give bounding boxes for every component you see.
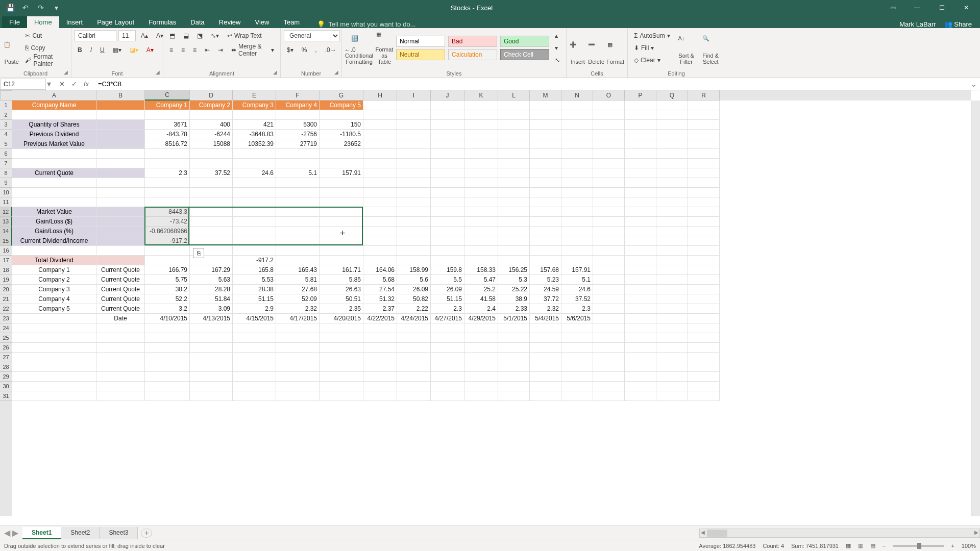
cell-G5[interactable]: 23652 [320,139,363,149]
cell-M9[interactable] [530,178,561,188]
cell-K29[interactable] [464,372,498,382]
zoom-slider[interactable] [893,545,944,547]
cell-H2[interactable] [363,110,397,120]
row-header-6[interactable]: 6 [0,149,12,159]
cell-C19[interactable]: 5.75 [145,275,190,285]
cell-Q6[interactable] [656,149,688,159]
col-header-M[interactable]: M [530,90,561,101]
row-header-17[interactable]: 17 [0,256,12,265]
cell-E9[interactable] [233,178,276,188]
cell-P25[interactable] [625,333,656,343]
cell-I1[interactable] [397,101,431,110]
cell-E16[interactable] [233,246,276,256]
col-header-R[interactable]: R [688,90,720,101]
cell-R13[interactable] [688,217,720,227]
cell-I16[interactable] [397,246,431,256]
cell-K24[interactable] [464,323,498,333]
row-header-26[interactable]: 26 [0,343,12,353]
formula-expand-icon[interactable]: ⌄ [967,79,980,89]
cell-N18[interactable]: 157.91 [561,265,593,275]
share-button[interactable]: 👥 Share [944,20,972,28]
cell-Q25[interactable] [656,333,688,343]
cell-G30[interactable] [320,382,363,391]
cell-N8[interactable] [561,168,593,178]
cell-C27[interactable] [145,353,190,362]
cell-E2[interactable] [233,110,276,120]
cell-H29[interactable] [363,372,397,382]
cell-Q2[interactable] [656,110,688,120]
cell-N29[interactable] [561,372,593,382]
cell-L1[interactable] [498,101,530,110]
cell-P8[interactable] [625,168,656,178]
cell-O13[interactable] [593,217,625,227]
cell-F30[interactable] [276,382,320,391]
cell-C10[interactable] [145,188,190,197]
cell-C18[interactable]: 166.79 [145,265,190,275]
cell-R2[interactable] [688,110,720,120]
cell-P27[interactable] [625,353,656,362]
row-header-11[interactable]: 11 [0,197,12,207]
cell-R17[interactable] [688,256,720,265]
cell-G23[interactable]: 4/20/2015 [320,314,363,323]
col-header-L[interactable]: L [498,90,530,101]
cell-M25[interactable] [530,333,561,343]
format-painter-button[interactable]: 🖌Format Painter [22,55,68,66]
cell-Q24[interactable] [656,323,688,333]
cell-E23[interactable]: 4/15/2015 [233,314,276,323]
cell-N4[interactable] [561,130,593,139]
cell-O20[interactable] [593,285,625,294]
cell-H30[interactable] [363,382,397,391]
delete-cells-button[interactable]: ➖Delete [588,31,604,65]
cell-G17[interactable] [320,256,363,265]
cell-J15[interactable] [431,236,464,246]
cell-F22[interactable]: 2.32 [276,304,320,314]
cell-R4[interactable] [688,130,720,139]
cell-Q3[interactable] [656,120,688,130]
cell-A23[interactable] [12,314,96,323]
border-button[interactable]: ▦▾ [110,44,125,56]
cell-H8[interactable] [363,168,397,178]
cell-I17[interactable] [397,256,431,265]
cell-E13[interactable] [233,217,276,227]
cell-B4[interactable] [96,130,145,139]
style-neutral[interactable]: Neutral [396,49,445,60]
cell-Q13[interactable] [656,217,688,227]
row-header-9[interactable]: 9 [0,178,12,188]
cell-L10[interactable] [498,188,530,197]
cell-N20[interactable]: 24.6 [561,285,593,294]
cell-J8[interactable] [431,168,464,178]
cell-L14[interactable] [498,227,530,236]
cell-B19[interactable]: Current Quote [96,275,145,285]
cell-L28[interactable] [498,362,530,372]
cell-K16[interactable] [464,246,498,256]
cell-P10[interactable] [625,188,656,197]
cell-J9[interactable] [431,178,464,188]
cell-D9[interactable] [190,178,233,188]
cell-R18[interactable] [688,265,720,275]
cell-L27[interactable] [498,353,530,362]
number-launcher-icon[interactable]: ◢ [334,69,340,76]
cell-B26[interactable] [96,343,145,353]
cell-N10[interactable] [561,188,593,197]
cell-F10[interactable] [276,188,320,197]
cell-C23[interactable]: 4/10/2015 [145,314,190,323]
col-header-O[interactable]: O [593,90,625,101]
cell-D22[interactable]: 3.09 [190,304,233,314]
cell-G27[interactable] [320,353,363,362]
cell-G3[interactable]: 150 [320,120,363,130]
cell-D4[interactable]: -6244 [190,130,233,139]
row-header-15[interactable]: 15 [0,236,12,246]
cell-F28[interactable] [276,362,320,372]
comma-icon[interactable]: , [312,44,320,56]
formula-input[interactable] [96,80,967,88]
cell-O5[interactable] [593,139,625,149]
sheet-tab-sheet2[interactable]: Sheet2 [61,527,100,539]
view-break-icon[interactable]: ▤ [870,542,875,549]
cell-I31[interactable] [397,391,431,401]
cell-M18[interactable]: 157.68 [530,265,561,275]
cell-R25[interactable] [688,333,720,343]
cell-H12[interactable] [363,207,397,217]
cell-D7[interactable] [190,159,233,168]
cancel-formula-icon[interactable]: ✕ [56,79,67,90]
cell-A11[interactable] [12,197,96,207]
